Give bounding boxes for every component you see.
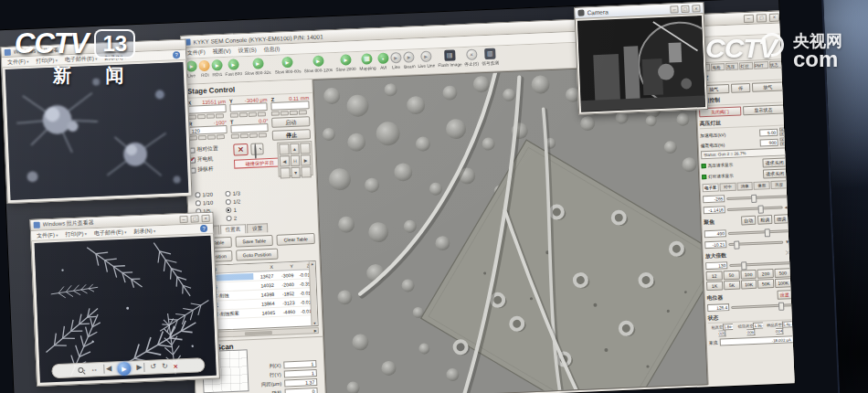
- hv-request-close-button[interactable]: 请求关闭: [762, 157, 786, 167]
- help-icon[interactable]: ?: [173, 51, 180, 58]
- beam-slider1[interactable]: [726, 195, 788, 200]
- beam-slider1-value[interactable]: -265: [703, 195, 725, 203]
- help-icon[interactable]: ?: [200, 225, 207, 232]
- focus-value[interactable]: 490: [704, 229, 726, 238]
- dpad-left[interactable]: ◀: [280, 155, 290, 166]
- dpad-right[interactable]: ▶: [301, 154, 311, 165]
- tab-wobble[interactable]: 消像: [736, 182, 753, 191]
- axis-x-input[interactable]: [187, 104, 226, 114]
- camera-minimize-button[interactable]: –: [670, 5, 678, 13]
- mag-preset[interactable]: 5K: [724, 281, 740, 291]
- focus-fine-button[interactable]: 细调: [774, 214, 789, 224]
- mag-preset[interactable]: 50: [723, 271, 739, 281]
- mag-swap-icon[interactable]: ⤫: [786, 250, 790, 256]
- beam-slider2[interactable]: [727, 206, 783, 211]
- stage-abort-button[interactable]: ✕: [233, 143, 249, 156]
- toolbar-live[interactable]: Live: [185, 60, 197, 78]
- toolbar-roi1[interactable]: ROI1: [211, 59, 223, 77]
- mag-preset[interactable]: 1K: [706, 281, 723, 291]
- step-radio-selected[interactable]: [226, 207, 231, 213]
- rotate-ccw-icon[interactable]: ↺: [150, 362, 156, 371]
- toolbar-line[interactable]: Line: [390, 52, 402, 69]
- step-radio[interactable]: [195, 192, 200, 197]
- mag-preset[interactable]: 10K: [741, 280, 757, 290]
- filament-request-close-button[interactable]: 请求关闭: [763, 168, 787, 178]
- tab-brightness[interactable]: 亮度: [771, 180, 788, 189]
- toolbar-roi[interactable]: ROI: [198, 60, 210, 78]
- focus-coarse-button[interactable]: 粗调: [757, 215, 772, 225]
- toolbar-slow-2000[interactable]: Slow 2000: [334, 54, 356, 72]
- close-button[interactable]: ×: [769, 13, 779, 21]
- axis-t-input[interactable]: [230, 123, 269, 133]
- menu-view[interactable]: 视图(V): [212, 48, 230, 57]
- toolbar-slow-800-60s[interactable]: Slow 800-60s: [273, 56, 302, 74]
- toolbar-signal-monitor[interactable]: 信号监测: [481, 48, 500, 66]
- toolbar-fast-800[interactable]: Fast 800: [224, 58, 242, 77]
- slideshow-icon[interactable]: ▶: [117, 361, 132, 376]
- dpad-up[interactable]: ▲: [290, 143, 300, 154]
- step-radio[interactable]: [227, 216, 232, 221]
- step-radio[interactable]: [196, 200, 201, 206]
- x-step-button[interactable]: [188, 114, 196, 119]
- zoom-icon[interactable]: ▾: [78, 367, 85, 373]
- tab-settings[interactable]: 设置: [247, 223, 268, 233]
- camera-maximize-button[interactable]: □: [681, 5, 689, 12]
- slider-arrow-icon[interactable]: ◀: [785, 204, 789, 209]
- toolbar-beam[interactable]: Beam: [403, 51, 416, 69]
- save-table-button[interactable]: Save Table: [235, 235, 273, 248]
- tab-stigmator[interactable]: 像散: [754, 181, 770, 190]
- stage-start-button[interactable]: 启动: [271, 116, 310, 128]
- toolbar-slow-800-120s[interactable]: Slow 800-120s: [302, 55, 333, 73]
- mag-preset[interactable]: 100K: [775, 278, 791, 288]
- slider-arrow-icon[interactable]: ▼: [785, 239, 789, 244]
- axis-r-input[interactable]: 120: [188, 125, 227, 135]
- toolbar-avi[interactable]: AVI: [377, 52, 389, 69]
- pv2-close-button[interactable]: ×: [201, 214, 209, 221]
- cols-input[interactable]: 1: [283, 360, 316, 369]
- step-radio[interactable]: [226, 199, 231, 205]
- menu-info[interactable]: 信息(I): [263, 45, 280, 54]
- potentiometer-slider[interactable]: [731, 303, 792, 309]
- next-icon[interactable]: ▶: [136, 363, 145, 372]
- pv2-menu-burn[interactable]: 刻录(N): [133, 227, 155, 236]
- tab-align[interactable]: 对中: [719, 183, 736, 192]
- col-x[interactable]: X: [253, 264, 273, 271]
- fit-to-window-icon[interactable]: ↔: [90, 365, 98, 374]
- menu-settings[interactable]: 设置(S): [238, 47, 256, 56]
- mag-preset[interactable]: 50K: [757, 279, 774, 289]
- minimize-button[interactable]: –: [744, 14, 754, 22]
- tab-gun[interactable]: 电枪: [711, 63, 725, 71]
- mag-preset[interactable]: 500: [775, 268, 791, 278]
- magnification-slider[interactable]: [729, 261, 790, 267]
- mag-preset[interactable]: 200: [757, 269, 774, 279]
- potentiometer-set-button[interactable]: 设置: [777, 290, 791, 300]
- delete-icon[interactable]: ×: [174, 362, 178, 370]
- bias-value[interactable]: 900: [759, 138, 778, 146]
- stage-locate-button[interactable]: [250, 143, 264, 155]
- y-step-button[interactable]: [229, 112, 238, 117]
- dpad-center[interactable]: H: [290, 155, 300, 166]
- step-radio[interactable]: [226, 191, 231, 196]
- pv2-minimize-button[interactable]: –: [179, 215, 187, 222]
- show-state-button[interactable]: 显示状态: [742, 104, 784, 115]
- vac-stop-button[interactable]: 停: [731, 83, 750, 93]
- vent-button[interactable]: 放气: [752, 81, 783, 91]
- tab-electron-beam[interactable]: 电子束: [703, 183, 719, 192]
- rotate-cw-icon[interactable]: ↻: [162, 362, 168, 371]
- beam-slider2-value[interactable]: -1.1416: [704, 206, 725, 214]
- pv2-maximize-button[interactable]: □: [190, 215, 198, 222]
- toolbar-stop[interactable]: 停止(S): [463, 48, 479, 67]
- mag-preset[interactable]: 100: [740, 270, 757, 280]
- mag-preset[interactable]: 12: [706, 271, 723, 281]
- tab-position-table[interactable]: 位置表: [219, 224, 246, 234]
- z-step-button[interactable]: [271, 112, 280, 116]
- kv-spinner[interactable]: ▲▼: [779, 127, 785, 135]
- dpad-down[interactable]: ▼: [291, 167, 301, 178]
- maximize-button[interactable]: □: [757, 14, 767, 22]
- menu-file[interactable]: 文件(F): [187, 48, 206, 58]
- random-input[interactable]: 0: [284, 388, 317, 393]
- focus-auto-button[interactable]: 自动: [741, 216, 756, 226]
- toolbar-mapping[interactable]: Mapping: [358, 53, 376, 71]
- toolbar-slow-800-32s[interactable]: Slow 800-32s: [244, 58, 272, 76]
- magnification-value[interactable]: 130: [705, 261, 727, 270]
